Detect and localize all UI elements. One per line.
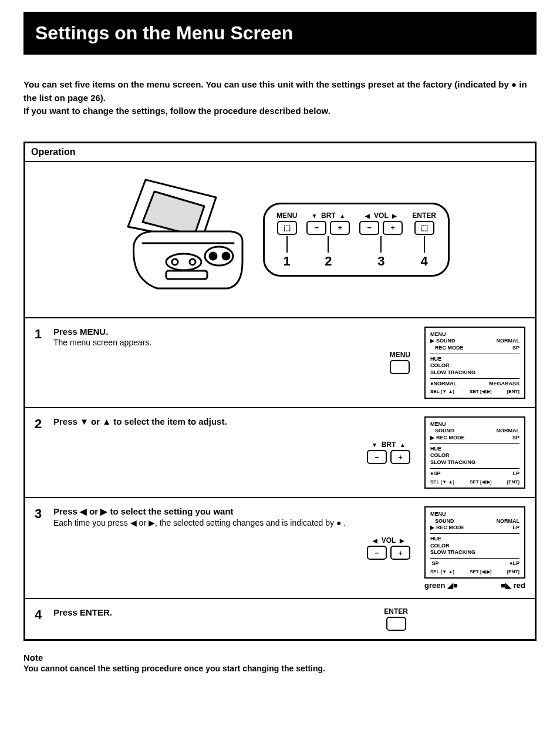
vol-label: ◀ VOL ▶	[365, 211, 397, 220]
step-4-num: 4	[35, 607, 48, 631]
svg-point-8	[172, 259, 178, 265]
step-2: 2 Press ▼ or ▲ to select the item to adj…	[25, 408, 535, 498]
controls-callout: MENU ⬚ 1 ▼ BRT ▲ − + 2 ◀ VOL ▶	[263, 203, 450, 277]
vol-up-button[interactable]: +	[383, 221, 403, 235]
menu-button[interactable]: ⬚	[277, 221, 297, 235]
step-2-up-button[interactable]: +	[390, 450, 410, 464]
controls-row: MENU ⬚ 1 ▼ BRT ▲ − + 2 ◀ VOL ▶	[276, 211, 436, 269]
step-3-left-button[interactable]: −	[367, 546, 387, 560]
callout-num-4: 4	[421, 254, 428, 269]
vol-down-button[interactable]: −	[359, 221, 379, 235]
brt-down-button[interactable]: −	[306, 221, 326, 235]
page-title-bar: Settings on the Menu Screen	[23, 12, 537, 55]
step-3-title: Press ◀ or ▶ to select the setting you w…	[53, 506, 361, 517]
svg-rect-4	[166, 271, 207, 279]
step-1-menu-button[interactable]	[390, 360, 410, 374]
enter-label: ENTER	[412, 211, 436, 220]
callout-num-3: 3	[377, 254, 384, 269]
step-2-num: 2	[35, 416, 48, 489]
enter-button-group: ENTER ⬚ 4	[412, 211, 436, 269]
operation-box: Operation	[23, 142, 537, 641]
vol-button-group: ◀ VOL ▶ − + 3	[359, 211, 403, 269]
step-2-title: Press ▼ or ▲ to select the item to adjus…	[53, 416, 361, 426]
operation-header: Operation	[25, 143, 535, 161]
device-illustration	[110, 174, 251, 305]
color-indicator-row: green ◢■ ■◣ red	[424, 581, 525, 590]
brt-up-button[interactable]: +	[330, 221, 350, 235]
step-3-right-button[interactable]: +	[390, 546, 410, 560]
step-1-desc: The menu screen appears.	[53, 338, 384, 347]
callout-num-1: 1	[284, 254, 291, 269]
step-4-button-illus: ENTER	[384, 607, 408, 631]
step-4: 4 Press ENTER. ENTER	[25, 599, 535, 639]
menu-label: MENU	[276, 211, 297, 220]
operation-diagram: MENU ⬚ 1 ▼ BRT ▲ − + 2 ◀ VOL ▶	[25, 161, 535, 318]
svg-point-9	[190, 259, 195, 265]
step-1: 1 Press MENU. The menu screen appears. M…	[25, 318, 535, 408]
step-3-desc: Each time you press ◀ or ▶, the selected…	[53, 518, 361, 527]
intro-line-2: If you want to change the settings, foll…	[23, 105, 537, 118]
red-label: ■◣ red	[501, 581, 525, 590]
step-1-title: Press MENU.	[53, 327, 384, 337]
intro-text: You can set five items on the menu scree…	[23, 78, 537, 118]
step-3-osd: MENU SOUNDNORMAL ▶REC MODELP HUE COLOR S…	[424, 506, 525, 579]
note-block: Note You cannot cancel the setting proce…	[23, 653, 537, 673]
step-4-enter-button[interactable]	[386, 617, 406, 631]
svg-point-7	[222, 253, 230, 260]
step-3: 3 Press ◀ or ▶ to select the setting you…	[25, 498, 535, 599]
step-2-button-illus: ▼ BRT ▲ − +	[367, 441, 410, 464]
step-1-button-illus: MENU	[390, 351, 410, 374]
page-title: Settings on the Menu Screen	[35, 22, 293, 43]
green-label: green ◢■	[424, 581, 458, 590]
callout-num-2: 2	[325, 254, 332, 269]
step-4-title: Press ENTER.	[53, 607, 378, 617]
step-2-down-button[interactable]: −	[367, 450, 387, 464]
enter-button[interactable]: ⬚	[414, 221, 434, 235]
note-title: Note	[23, 653, 537, 663]
step-2-osd: MENU SOUNDNORMAL ▶REC MODESP HUE COLOR S…	[424, 416, 525, 489]
brt-button-group: ▼ BRT ▲ − + 2	[306, 211, 350, 269]
svg-point-6	[210, 253, 217, 260]
brt-label: ▼ BRT ▲	[311, 211, 345, 220]
step-1-osd: MENU ▶SOUNDNORMAL REC MODESP HUE COLOR S…	[424, 327, 525, 399]
intro-line-1: You can set five items on the menu scree…	[23, 78, 537, 105]
menu-button-group: MENU ⬚ 1	[276, 211, 297, 269]
note-body: You cannot cancel the setting procedure …	[23, 664, 537, 673]
step-3-button-illus: ◀ VOL ▶ − +	[367, 536, 410, 560]
step-1-num: 1	[35, 327, 48, 399]
step-3-num: 3	[35, 506, 48, 590]
